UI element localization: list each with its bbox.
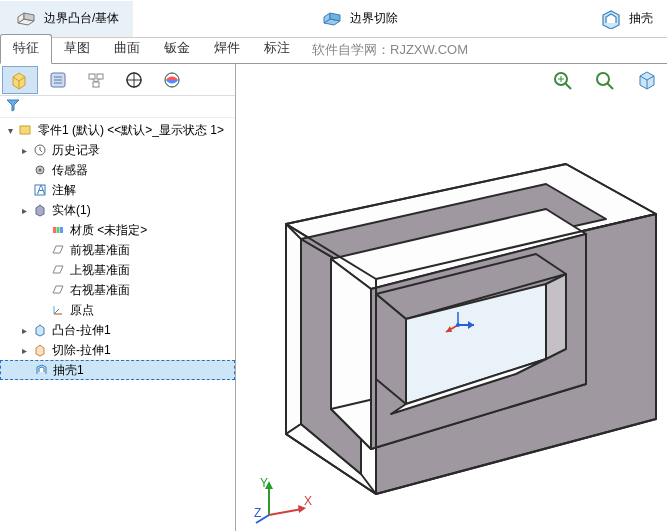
history-icon bbox=[32, 142, 48, 158]
tree-item-annotations[interactable]: A 注解 bbox=[0, 180, 235, 200]
tab-sketch[interactable]: 草图 bbox=[52, 35, 102, 63]
panel-tab-feature-tree[interactable] bbox=[2, 66, 38, 94]
svg-rect-21 bbox=[57, 227, 60, 233]
tree-label: 注解 bbox=[52, 182, 76, 199]
tree-item-solids[interactable]: ▸ 实体(1) bbox=[0, 200, 235, 220]
svg-line-25 bbox=[54, 309, 59, 314]
panel-tab-property[interactable] bbox=[40, 66, 76, 94]
tree-label: 上视基准面 bbox=[70, 262, 130, 279]
boss-boundary-label: 边界凸台/基体 bbox=[44, 10, 119, 27]
boss-boundary-button[interactable]: 边界凸台/基体 bbox=[0, 1, 133, 37]
expand-icon[interactable]: ▸ bbox=[18, 325, 30, 336]
svg-marker-34 bbox=[468, 321, 474, 329]
expand-icon[interactable]: ▸ bbox=[18, 345, 30, 356]
filter-icon[interactable] bbox=[6, 98, 20, 112]
tree-item-material[interactable]: 材质 <未指定> bbox=[0, 220, 235, 240]
triad-z: Z bbox=[254, 506, 261, 520]
cut-boundary-button[interactable]: 边界切除 bbox=[306, 1, 412, 37]
tree-item-right-plane[interactable]: 右视基准面 bbox=[0, 280, 235, 300]
tree-item-front-plane[interactable]: 前视基准面 bbox=[0, 240, 235, 260]
tree-label: 抽壳1 bbox=[53, 362, 84, 379]
svg-text:A: A bbox=[37, 183, 45, 197]
tree-item-origin[interactable]: 原点 bbox=[0, 300, 235, 320]
cut-extrude-icon bbox=[32, 342, 48, 358]
origin-icon bbox=[50, 302, 66, 318]
viewport-3d[interactable]: Y X Z bbox=[236, 64, 667, 531]
feature-tree-panel: ▾ 零件1 (默认) <<默认>_显示状态 1> ▸ 历史记录 传感器 A 注解… bbox=[0, 64, 236, 531]
filter-row bbox=[0, 96, 235, 118]
svg-line-27 bbox=[565, 83, 571, 89]
panel-tabs bbox=[0, 64, 235, 96]
sensor-icon bbox=[32, 162, 48, 178]
tree-label: 实体(1) bbox=[52, 202, 91, 219]
feature-tree[interactable]: ▾ 零件1 (默认) <<默认>_显示状态 1> ▸ 历史记录 传感器 A 注解… bbox=[0, 118, 235, 531]
zoom-fit-icon[interactable] bbox=[549, 68, 577, 92]
svg-rect-6 bbox=[93, 82, 99, 87]
collapse-icon[interactable]: ▾ bbox=[4, 125, 16, 136]
plane-icon bbox=[50, 242, 66, 258]
plane-icon bbox=[50, 282, 66, 298]
toolbar-top: 边界凸台/基体 边界切除 抽壳 bbox=[0, 0, 667, 38]
tree-item-cutextrude1[interactable]: ▸ 切除-拉伸1 bbox=[0, 340, 235, 360]
tree-label: 右视基准面 bbox=[70, 282, 130, 299]
svg-rect-5 bbox=[97, 74, 103, 79]
viewport-tools bbox=[549, 68, 661, 92]
svg-rect-14 bbox=[20, 126, 30, 134]
shell-feature-icon bbox=[33, 362, 49, 378]
tree-root[interactable]: ▾ 零件1 (默认) <<默认>_显示状态 1> bbox=[0, 120, 235, 140]
tree-item-history[interactable]: ▸ 历史记录 bbox=[0, 140, 235, 160]
tab-sheetmetal[interactable]: 钣金 bbox=[152, 35, 202, 63]
panel-tab-config[interactable] bbox=[78, 66, 114, 94]
tree-item-sensors[interactable]: 传感器 bbox=[0, 160, 235, 180]
panel-tab-appearance[interactable] bbox=[154, 66, 190, 94]
part-icon bbox=[18, 122, 34, 138]
triad-y: Y bbox=[260, 476, 268, 490]
panel-tab-dimxpert[interactable] bbox=[116, 66, 152, 94]
tree-label: 凸台-拉伸1 bbox=[52, 322, 111, 339]
tab-annotation[interactable]: 标注 bbox=[252, 35, 302, 63]
shell-button[interactable]: 抽壳 bbox=[585, 1, 667, 37]
svg-line-41 bbox=[269, 509, 302, 515]
solid-icon bbox=[32, 202, 48, 218]
tree-label: 历史记录 bbox=[52, 142, 100, 159]
view-orientation-icon[interactable] bbox=[633, 68, 661, 92]
triad-icon: Y X Z bbox=[254, 475, 314, 525]
svg-point-17 bbox=[39, 169, 42, 172]
tree-item-extrude1[interactable]: ▸ 凸台-拉伸1 bbox=[0, 320, 235, 340]
view-compass-icon[interactable] bbox=[438, 310, 478, 340]
boss-boundary-icon bbox=[14, 9, 38, 29]
model-render bbox=[246, 104, 666, 504]
shell-icon bbox=[599, 9, 623, 29]
ribbon-tabs: 特征 草图 曲面 钣金 焊件 标注 软件自学网：RJZXW.COM bbox=[0, 38, 667, 64]
tree-label: 前视基准面 bbox=[70, 242, 130, 259]
svg-rect-20 bbox=[53, 227, 56, 233]
svg-rect-4 bbox=[89, 74, 95, 79]
svg-rect-22 bbox=[60, 227, 63, 233]
tab-features[interactable]: 特征 bbox=[0, 34, 52, 64]
tab-weldment[interactable]: 焊件 bbox=[202, 35, 252, 63]
main-area: ▾ 零件1 (默认) <<默认>_显示状态 1> ▸ 历史记录 传感器 A 注解… bbox=[0, 64, 667, 531]
tree-label: 切除-拉伸1 bbox=[52, 342, 111, 359]
expand-icon[interactable]: ▸ bbox=[18, 205, 30, 216]
shell-label: 抽壳 bbox=[629, 10, 653, 27]
tree-item-shell1[interactable]: 抽壳1 bbox=[0, 360, 235, 380]
tree-item-top-plane[interactable]: 上视基准面 bbox=[0, 260, 235, 280]
tree-label: 原点 bbox=[70, 302, 94, 319]
annotation-icon: A bbox=[32, 182, 48, 198]
expand-icon[interactable]: ▸ bbox=[18, 145, 30, 156]
plane-icon bbox=[50, 262, 66, 278]
svg-line-29 bbox=[607, 83, 613, 89]
tree-label: 传感器 bbox=[52, 162, 88, 179]
tree-label: 材质 <未指定> bbox=[70, 222, 147, 239]
tree-root-label: 零件1 (默认) <<默认>_显示状态 1> bbox=[38, 122, 224, 139]
cut-boundary-label: 边界切除 bbox=[350, 10, 398, 27]
triad-x: X bbox=[304, 494, 312, 508]
extrude-icon bbox=[32, 322, 48, 338]
cut-boundary-icon bbox=[320, 9, 344, 29]
svg-point-38 bbox=[456, 323, 460, 327]
tab-surface[interactable]: 曲面 bbox=[102, 35, 152, 63]
watermark-text: 软件自学网：RJZXW.COM bbox=[302, 37, 478, 63]
zoom-area-icon[interactable] bbox=[591, 68, 619, 92]
material-icon bbox=[50, 222, 66, 238]
